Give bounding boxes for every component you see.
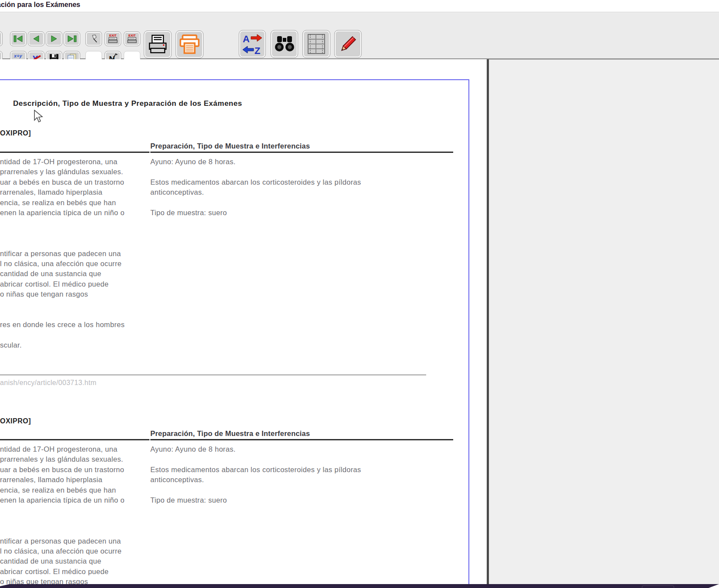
window-title: ación para los Exámenes: [0, 1, 80, 9]
previous-record-button[interactable]: [28, 31, 44, 46]
doc-text-line: cantidad de una sustancia que: [0, 557, 102, 565]
printer-icon: [147, 34, 168, 55]
doc-text-line: l no clásica, una afección que ocurre: [0, 547, 122, 555]
svg-text:EXIT: EXIT: [109, 34, 117, 37]
right-column-rule: [150, 439, 453, 440]
print-preview-button[interactable]: [176, 30, 203, 58]
doc-text-line: o niñas que tengan rasgos: [0, 290, 88, 298]
doc-text-line: encia, se realiza en bebés que han: [0, 486, 116, 494]
doc-text-line: encia, se realiza en bebés que han: [0, 199, 116, 207]
print-button[interactable]: [144, 30, 172, 58]
page-border: [0, 79, 469, 584]
column-header-preparation: Preparación, Tipo de Muestra e Interfere…: [150, 142, 310, 150]
svg-text:x+y: x+y: [14, 53, 23, 58]
taskbar-left-notch: [0, 584, 10, 586]
report-title: Descripción, Tipo de Muestra y Preparaci…: [13, 99, 242, 108]
right-column-rule: [150, 152, 453, 153]
left-column-rule: [0, 152, 149, 153]
last-record-button[interactable]: [64, 31, 80, 46]
doc-text-line: Tipo de muestra: suero: [150, 496, 227, 504]
test-code: OXIPRO]: [0, 129, 31, 137]
printer-orange-icon: [179, 34, 200, 55]
last-record-icon: [67, 35, 77, 43]
doc-text-line: abricar cortisol. El médico puede: [0, 280, 109, 288]
taskbar[interactable]: [0, 584, 719, 588]
binoculars-icon: [274, 34, 295, 54]
doc-text-line: ntidad de 17-OH progesterona, una: [0, 445, 118, 453]
doc-text-line: ntificar a personas que padecen una: [0, 250, 121, 258]
doc-text-line: Estos medicamentos abarcan los corticost…: [150, 466, 361, 474]
taskbar-corner-cut: [709, 584, 719, 588]
pin-icon: [89, 34, 98, 44]
section-divider-line: [0, 374, 426, 376]
doc-text-line: prarrenales y las glándulas sexuales.: [0, 455, 123, 463]
first-record-button[interactable]: [10, 31, 27, 46]
doc-text-line: cantidad de una sustancia que: [0, 270, 102, 278]
doc-text-line: rarrenales, llamado hiperplasia: [0, 476, 102, 484]
doc-text-line: enen la apariencia típica de un niño o: [0, 209, 125, 217]
next-record-button[interactable]: [46, 31, 62, 46]
sort-az-icon: A Z: [241, 33, 263, 55]
print-report-icon: EXIT: [107, 33, 119, 44]
doc-text-line: prarrenales y las glándulas sexuales.: [0, 168, 123, 176]
column-header-preparation: Preparación, Tipo de Muestra e Interfere…: [150, 429, 310, 438]
first-record-icon: [13, 35, 24, 43]
doc-text-line: Tipo de muestra: suero: [150, 209, 227, 217]
doc-text-line: Estos medicamentos abarcan los corticost…: [150, 178, 361, 186]
app-window: ación para los Exámenes: [0, 0, 719, 588]
svg-text:Z: Z: [254, 45, 260, 55]
partial-button-top[interactable]: [0, 31, 3, 46]
doc-text-line: uar a bebés en busca de un trastorno: [0, 466, 124, 474]
doc-text-line: uar a bebés en busca de un trastorno: [0, 178, 124, 186]
edit-button[interactable]: [334, 30, 362, 58]
doc-text-line: Ayuno: Ayuno de 8 horas.: [150, 445, 236, 453]
doc-text-line: enen la apariencia típica de un niño o: [0, 496, 125, 504]
doc-text-line: ntificar a personas que padecen una: [0, 537, 121, 545]
grid-view-button[interactable]: [302, 30, 330, 58]
pin-button[interactable]: [85, 31, 102, 46]
print-report-icon: EXIT: [126, 33, 138, 44]
test-code: OXIPRO]: [0, 417, 31, 425]
sort-button[interactable]: A Z: [239, 30, 266, 58]
search-button[interactable]: [271, 30, 298, 58]
doc-text-line: Ayuno: Ayuno de 8 horas.: [150, 158, 236, 166]
source-url: anish/ency/article/003713.htm: [0, 379, 96, 387]
doc-text-line: scular.: [0, 341, 22, 349]
right-panel: [489, 59, 719, 584]
doc-text-line: l no clásica, una afección que ocurre: [0, 260, 122, 268]
report-preview-area[interactable]: Descripción, Tipo de Muestra y Preparaci…: [0, 59, 487, 584]
doc-text-line: o niñas que tengan rasgos: [0, 578, 88, 584]
taskbar-button[interactable]: [642, 585, 674, 588]
print-report-button-1[interactable]: EXIT: [105, 31, 121, 46]
left-column-rule: [0, 439, 149, 440]
print-report-button-2[interactable]: EXIT: [124, 31, 140, 46]
svg-text:A: A: [243, 34, 250, 44]
doc-text-line: rarrenales, llamado hiperplasia: [0, 188, 102, 196]
window-titlebar: ación para los Exámenes: [0, 0, 719, 12]
previous-record-icon: [31, 35, 41, 43]
content-region: Descripción, Tipo de Muestra y Preparaci…: [0, 59, 719, 584]
doc-text-line: anticonceptivas.: [150, 476, 204, 484]
pencil-icon: [337, 33, 359, 55]
grid-icon: [306, 33, 326, 55]
mouse-cursor: [34, 110, 44, 124]
svg-text:EXIT: EXIT: [129, 34, 136, 37]
next-record-icon: [49, 35, 59, 43]
doc-text-line: abricar cortisol. El médico puede: [0, 568, 109, 576]
doc-text-line: anticonceptivas.: [150, 188, 204, 196]
doc-text-line: ntidad de 17-OH progesterona, una: [0, 158, 118, 166]
toolbar: EXIT EXIT x+y =? X: [0, 12, 719, 59]
doc-text-line: res en donde les crece a los hombres: [0, 321, 125, 329]
